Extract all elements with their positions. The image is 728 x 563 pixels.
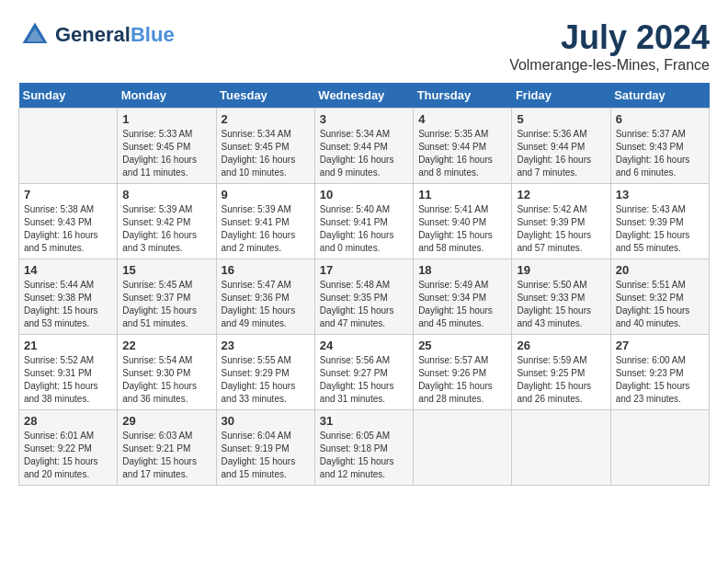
calendar-cell: 23Sunrise: 5:55 AM Sunset: 9:29 PM Dayli…: [216, 335, 314, 410]
day-info: Sunrise: 5:35 AM Sunset: 9:44 PM Dayligh…: [418, 128, 506, 179]
day-info: Sunrise: 5:54 AM Sunset: 9:30 PM Dayligh…: [122, 354, 210, 406]
day-info: Sunrise: 5:44 AM Sunset: 9:38 PM Dayligh…: [24, 279, 112, 330]
day-number: 15: [122, 263, 210, 277]
calendar-cell: 9Sunrise: 5:39 AM Sunset: 9:41 PM Daylig…: [216, 184, 314, 259]
logo-icon: [18, 18, 51, 52]
day-number: 20: [616, 263, 704, 277]
day-info: Sunrise: 6:00 AM Sunset: 9:23 PM Dayligh…: [616, 354, 704, 406]
day-info: Sunrise: 5:48 AM Sunset: 9:35 PM Dayligh…: [320, 279, 408, 330]
calendar-cell: 1Sunrise: 5:33 AM Sunset: 9:45 PM Daylig…: [118, 109, 216, 184]
week-row-1: 7Sunrise: 5:38 AM Sunset: 9:43 PM Daylig…: [19, 184, 710, 259]
day-number: 30: [222, 414, 310, 428]
calendar-cell: 29Sunrise: 6:03 AM Sunset: 9:21 PM Dayli…: [118, 410, 216, 486]
day-info: Sunrise: 5:45 AM Sunset: 9:37 PM Dayligh…: [122, 279, 210, 330]
day-number: 24: [320, 339, 408, 352]
logo-text: GeneralBlue: [55, 24, 175, 46]
logo: GeneralBlue: [18, 18, 175, 52]
calendar-cell: 2Sunrise: 5:34 AM Sunset: 9:45 PM Daylig…: [216, 109, 314, 184]
day-info: Sunrise: 5:36 AM Sunset: 9:44 PM Dayligh…: [517, 128, 605, 179]
day-info: Sunrise: 5:41 AM Sunset: 9:40 PM Dayligh…: [418, 203, 506, 255]
day-info: Sunrise: 5:38 AM Sunset: 9:43 PM Dayligh…: [24, 203, 112, 255]
day-number: 10: [320, 188, 408, 201]
page-header: GeneralBlue July 2024 Volmerange-les-Min…: [18, 18, 710, 74]
calendar-cell: 27Sunrise: 6:00 AM Sunset: 9:23 PM Dayli…: [610, 335, 709, 410]
calendar-cell: 24Sunrise: 5:56 AM Sunset: 9:27 PM Dayli…: [314, 335, 413, 410]
calendar-cell: 4Sunrise: 5:35 AM Sunset: 9:44 PM Daylig…: [414, 109, 512, 184]
calendar-cell: 5Sunrise: 5:36 AM Sunset: 9:44 PM Daylig…: [512, 109, 610, 184]
location-title: Volmerange-les-Mines, France: [509, 57, 710, 74]
day-number: 19: [517, 263, 605, 277]
calendar-cell: 10Sunrise: 5:40 AM Sunset: 9:41 PM Dayli…: [314, 184, 413, 259]
day-info: Sunrise: 5:39 AM Sunset: 9:42 PM Dayligh…: [122, 203, 210, 255]
day-info: Sunrise: 5:55 AM Sunset: 9:29 PM Dayligh…: [222, 354, 310, 406]
calendar-cell: 11Sunrise: 5:41 AM Sunset: 9:40 PM Dayli…: [414, 184, 512, 259]
day-number: 2: [222, 112, 310, 126]
calendar-cell: 20Sunrise: 5:51 AM Sunset: 9:32 PM Dayli…: [610, 259, 709, 335]
header-saturday: Saturday: [610, 83, 709, 109]
month-title: July 2024: [509, 18, 710, 57]
day-number: 13: [616, 188, 704, 201]
week-row-2: 14Sunrise: 5:44 AM Sunset: 9:38 PM Dayli…: [19, 259, 710, 335]
calendar-table: SundayMondayTuesdayWednesdayThursdayFrid…: [18, 83, 710, 486]
day-info: Sunrise: 5:52 AM Sunset: 9:31 PM Dayligh…: [24, 354, 112, 406]
day-info: Sunrise: 6:05 AM Sunset: 9:18 PM Dayligh…: [320, 430, 408, 481]
day-number: 6: [616, 112, 704, 126]
day-number: 3: [320, 112, 408, 126]
calendar-cell: 15Sunrise: 5:45 AM Sunset: 9:37 PM Dayli…: [118, 259, 216, 335]
day-number: 18: [418, 263, 506, 277]
day-info: Sunrise: 5:50 AM Sunset: 9:33 PM Dayligh…: [517, 279, 605, 330]
day-number: 28: [24, 414, 112, 428]
calendar-cell: 19Sunrise: 5:50 AM Sunset: 9:33 PM Dayli…: [512, 259, 610, 335]
day-number: 7: [24, 188, 112, 201]
day-info: Sunrise: 5:40 AM Sunset: 9:41 PM Dayligh…: [320, 203, 408, 255]
week-row-4: 28Sunrise: 6:01 AM Sunset: 9:22 PM Dayli…: [19, 410, 710, 486]
day-info: Sunrise: 5:49 AM Sunset: 9:34 PM Dayligh…: [418, 279, 506, 330]
calendar-cell: 25Sunrise: 5:57 AM Sunset: 9:26 PM Dayli…: [414, 335, 512, 410]
calendar-cell: [610, 410, 709, 486]
header-tuesday: Tuesday: [216, 83, 314, 109]
calendar-cell: 14Sunrise: 5:44 AM Sunset: 9:38 PM Dayli…: [19, 259, 118, 335]
calendar-cell: 13Sunrise: 5:43 AM Sunset: 9:39 PM Dayli…: [610, 184, 709, 259]
day-number: 9: [222, 188, 310, 201]
day-info: Sunrise: 5:47 AM Sunset: 9:36 PM Dayligh…: [222, 279, 310, 330]
day-info: Sunrise: 5:37 AM Sunset: 9:43 PM Dayligh…: [616, 128, 704, 179]
day-info: Sunrise: 6:04 AM Sunset: 9:19 PM Dayligh…: [222, 430, 310, 481]
header-sunday: Sunday: [19, 83, 118, 109]
calendar-header-row: SundayMondayTuesdayWednesdayThursdayFrid…: [19, 83, 710, 109]
day-info: Sunrise: 5:42 AM Sunset: 9:39 PM Dayligh…: [517, 203, 605, 255]
week-row-0: 1Sunrise: 5:33 AM Sunset: 9:45 PM Daylig…: [19, 109, 710, 184]
day-info: Sunrise: 5:57 AM Sunset: 9:26 PM Dayligh…: [418, 354, 506, 406]
week-row-3: 21Sunrise: 5:52 AM Sunset: 9:31 PM Dayli…: [19, 335, 710, 410]
day-info: Sunrise: 6:03 AM Sunset: 9:21 PM Dayligh…: [122, 430, 210, 481]
header-wednesday: Wednesday: [314, 83, 413, 109]
day-info: Sunrise: 6:01 AM Sunset: 9:22 PM Dayligh…: [24, 430, 112, 481]
day-number: 22: [122, 339, 210, 352]
day-number: 25: [418, 339, 506, 352]
calendar-cell: 22Sunrise: 5:54 AM Sunset: 9:30 PM Dayli…: [118, 335, 216, 410]
day-number: 8: [122, 188, 210, 201]
calendar-cell: 17Sunrise: 5:48 AM Sunset: 9:35 PM Dayli…: [314, 259, 413, 335]
day-number: 16: [222, 263, 310, 277]
calendar-cell: 8Sunrise: 5:39 AM Sunset: 9:42 PM Daylig…: [118, 184, 216, 259]
day-number: 12: [517, 188, 605, 201]
day-number: 27: [616, 339, 704, 352]
header-thursday: Thursday: [414, 83, 512, 109]
day-number: 17: [320, 263, 408, 277]
day-info: Sunrise: 5:39 AM Sunset: 9:41 PM Dayligh…: [222, 203, 310, 255]
day-info: Sunrise: 5:51 AM Sunset: 9:32 PM Dayligh…: [616, 279, 704, 330]
title-block: July 2024 Volmerange-les-Mines, France: [509, 18, 710, 74]
calendar-cell: [414, 410, 512, 486]
day-info: Sunrise: 5:33 AM Sunset: 9:45 PM Dayligh…: [122, 128, 210, 179]
day-number: 5: [517, 112, 605, 126]
day-info: Sunrise: 5:59 AM Sunset: 9:25 PM Dayligh…: [517, 354, 605, 406]
day-number: 29: [122, 414, 210, 428]
header-monday: Monday: [118, 83, 216, 109]
day-number: 14: [24, 263, 112, 277]
day-info: Sunrise: 5:34 AM Sunset: 9:44 PM Dayligh…: [320, 128, 408, 179]
calendar-cell: [512, 410, 610, 486]
calendar-cell: 30Sunrise: 6:04 AM Sunset: 9:19 PM Dayli…: [216, 410, 314, 486]
header-friday: Friday: [512, 83, 610, 109]
day-number: 31: [320, 414, 408, 428]
calendar-cell: 21Sunrise: 5:52 AM Sunset: 9:31 PM Dayli…: [19, 335, 118, 410]
calendar-cell: 7Sunrise: 5:38 AM Sunset: 9:43 PM Daylig…: [19, 184, 118, 259]
